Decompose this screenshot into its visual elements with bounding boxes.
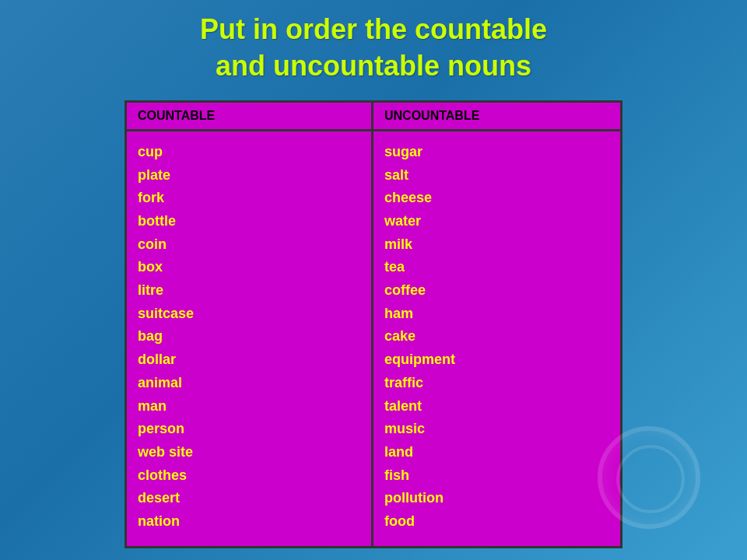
list-item: clothes bbox=[138, 464, 360, 488]
list-item: fish bbox=[384, 464, 609, 488]
uncountable-column: sugarsaltcheesewatermilkteacoffeehamcake… bbox=[374, 131, 620, 546]
countable-column: cupplateforkbottlecoinboxlitresuitcaseba… bbox=[127, 131, 374, 546]
page-title: Put in order the countable and uncountab… bbox=[200, 12, 547, 85]
list-item: traffic bbox=[384, 372, 609, 395]
list-item: web site bbox=[138, 441, 360, 464]
nouns-table: COUNTABLE UNCOUNTABLE cupplateforkbottle… bbox=[124, 100, 622, 548]
list-item: salt bbox=[384, 164, 609, 187]
list-item: talent bbox=[384, 395, 609, 418]
list-item: desert bbox=[138, 487, 360, 510]
list-item: person bbox=[138, 418, 360, 441]
list-item: bottle bbox=[138, 210, 360, 233]
list-item: man bbox=[138, 395, 360, 418]
list-item: coin bbox=[138, 233, 360, 257]
list-item: cake bbox=[384, 325, 609, 348]
list-item: coffee bbox=[384, 279, 609, 303]
list-item: plate bbox=[138, 164, 360, 187]
list-item: cheese bbox=[384, 187, 609, 210]
list-item: dollar bbox=[138, 348, 360, 372]
list-item: land bbox=[384, 441, 609, 464]
list-item: sugar bbox=[384, 141, 609, 164]
list-item: milk bbox=[384, 233, 609, 257]
list-item: tea bbox=[384, 256, 609, 279]
list-item: nation bbox=[138, 510, 360, 534]
list-item: food bbox=[384, 510, 609, 534]
list-item: bag bbox=[138, 325, 360, 348]
list-item: fork bbox=[138, 187, 360, 210]
list-item: water bbox=[384, 210, 609, 233]
list-item: ham bbox=[384, 303, 609, 326]
list-item: litre bbox=[138, 279, 360, 303]
list-item: pollution bbox=[384, 487, 609, 510]
list-item: suitcase bbox=[138, 303, 360, 326]
list-item: animal bbox=[138, 372, 360, 395]
countable-header: COUNTABLE bbox=[127, 103, 374, 129]
list-item: box bbox=[138, 256, 360, 279]
list-item: music bbox=[384, 418, 609, 441]
table-body: cupplateforkbottlecoinboxlitresuitcaseba… bbox=[127, 131, 620, 546]
list-item: equipment bbox=[384, 348, 609, 372]
list-item: cup bbox=[138, 141, 360, 164]
table-header: COUNTABLE UNCOUNTABLE bbox=[127, 103, 620, 131]
uncountable-header: UNCOUNTABLE bbox=[374, 103, 620, 129]
